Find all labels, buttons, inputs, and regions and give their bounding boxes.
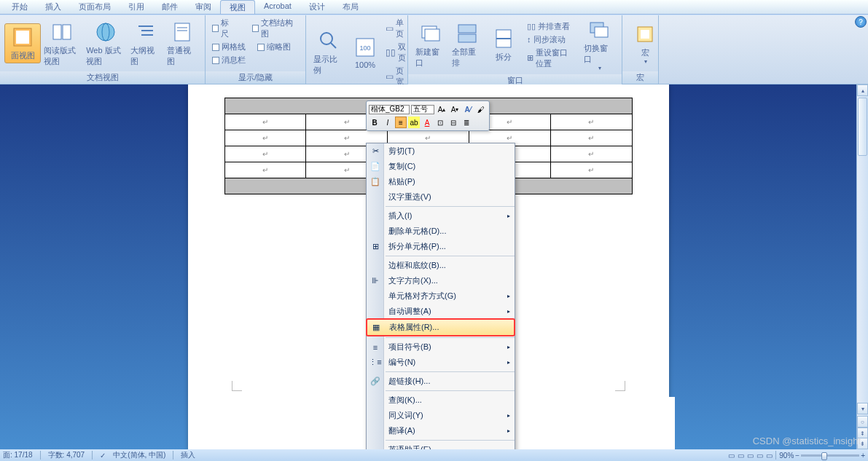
cm-delete-cells[interactable]: 删除单元格(D)...	[367, 224, 515, 239]
shrink-font-button[interactable]: A▾	[449, 103, 461, 115]
doc-map-checkbox[interactable]: 文档结构图	[250, 17, 301, 40]
margin-mark-left	[232, 381, 242, 391]
ribbon: 面视图 阅读版式视图 Web 版式视图 大纲视图 普通视图 文档视图	[0, 15, 868, 84]
copy-icon: 📄	[370, 161, 381, 173]
zoom-value[interactable]: 90%	[779, 452, 794, 460]
msg-bar-checkbox[interactable]: 消息栏	[210, 54, 248, 66]
cm-translate[interactable]: 翻译(A)▸	[367, 423, 515, 438]
center-button[interactable]: ≡	[395, 117, 407, 128]
tab-design[interactable]: 设计	[300, 0, 334, 14]
insert-mode[interactable]: 插入	[181, 450, 195, 460]
italic-button[interactable]: I	[382, 117, 394, 128]
one-page-button[interactable]: ▭单页	[383, 17, 408, 40]
zoom-slider[interactable]	[801, 454, 859, 457]
tab-review[interactable]: 审阅	[187, 0, 220, 14]
chevron-right-icon: ▸	[507, 412, 510, 419]
scroll-thumb[interactable]	[858, 98, 867, 156]
word-count[interactable]: 字数: 4,707	[48, 450, 85, 460]
scroll-down-button[interactable]: ▾	[857, 403, 868, 414]
zoom-100-button[interactable]: 100 100%	[347, 34, 383, 71]
cm-insert[interactable]: 插入(I)▸	[367, 208, 515, 224]
view-web[interactable]: ▭	[747, 452, 754, 460]
cm-text-direction[interactable]: ⊪文字方向(X)...	[367, 273, 515, 288]
sync-scroll-button[interactable]: ↕同步滚动	[525, 34, 576, 46]
two-pages-button[interactable]: ▯▯双页	[383, 41, 408, 64]
cm-cut[interactable]: ✂剪切(T)	[367, 143, 515, 159]
cm-copy[interactable]: 📄复制(C)	[367, 159, 515, 174]
gridlines-checkbox[interactable]: 网格线	[210, 41, 248, 53]
switch-windows-icon	[587, 18, 611, 42]
cm-cell-alignment[interactable]: 单元格对齐方式(G)▸	[367, 288, 515, 304]
tab-insert[interactable]: 插入	[36, 0, 70, 14]
group-label-showhide: 显示/隐藏	[206, 71, 305, 84]
ribbon-tabs: 开始 插入 页面布局 引用 邮件 审阅 视图 Acrobat 设计 布局	[0, 0, 868, 15]
cm-reconvert[interactable]: 汉字重选(V)	[367, 189, 515, 205]
cm-bullets[interactable]: ≡项目符号(B)▸	[367, 339, 515, 355]
web-layout-button[interactable]: Web 版式视图	[83, 19, 128, 68]
cm-numbering[interactable]: ⋮≡编号(N)▸	[367, 355, 515, 370]
chevron-right-icon: ▸	[507, 359, 510, 366]
cm-synonyms[interactable]: 同义词(Y)▸	[367, 408, 515, 423]
help-icon[interactable]: ?	[855, 16, 867, 28]
highlight-button[interactable]: ab	[408, 117, 420, 128]
format-painter-button[interactable]: 🖌	[475, 103, 487, 115]
chevron-right-icon: ▸	[507, 427, 510, 434]
split-button[interactable]: 拆分	[485, 25, 522, 64]
draft-view-button[interactable]: 普通视图	[164, 19, 200, 68]
tab-home[interactable]: 开始	[3, 0, 36, 14]
cm-lookup[interactable]: 查阅(K)...	[367, 393, 515, 408]
tab-references[interactable]: 引用	[120, 0, 153, 14]
print-layout-button[interactable]: 面视图	[4, 23, 41, 63]
font-color-button[interactable]: A	[421, 117, 433, 128]
tab-mailings[interactable]: 邮件	[153, 0, 187, 14]
grow-font-button[interactable]: A▴	[436, 103, 447, 115]
font-selector[interactable]	[369, 105, 410, 114]
bullets-button[interactable]: ≣	[461, 117, 472, 128]
statusbar: 面: 17/18 字数: 4,707 ✓ 中文(简体, 中国) 插入 ▭ ▭ ▭…	[0, 449, 868, 461]
language-indicator[interactable]: 中文(简体, 中国)	[113, 450, 165, 460]
side-by-side-button[interactable]: ▯▯并排查看	[525, 20, 576, 33]
page-indicator[interactable]: 面: 17/18	[3, 450, 33, 460]
macros-button[interactable]: 宏	[627, 21, 663, 66]
tab-view[interactable]: 视图	[220, 0, 255, 14]
zoom-button[interactable]: 显示比例	[310, 28, 347, 77]
svg-rect-1	[16, 31, 29, 44]
view-outline[interactable]: ▭	[756, 452, 763, 460]
mini-toolbar: A▴ A▾ A⁄ 🖌 B I ≡ ab A ⊡ ⊟ ≣	[366, 101, 490, 131]
cm-table-properties[interactable]: ▦表格属性(R)...	[366, 318, 515, 336]
zoom-control[interactable]: 90% − +	[779, 452, 865, 460]
svg-rect-19	[458, 34, 476, 42]
increase-indent-button[interactable]: ⊟	[447, 117, 459, 128]
font-size-selector[interactable]	[411, 105, 434, 114]
bold-button[interactable]: B	[369, 117, 380, 128]
cm-split-cells[interactable]: ⊞拆分单元格(P)...	[367, 239, 515, 254]
thumbnails-checkbox[interactable]: 缩略图	[255, 41, 293, 53]
reading-view-button[interactable]: 阅读版式视图	[41, 19, 83, 68]
split-cells-icon: ⊞	[370, 241, 381, 253]
view-reading[interactable]: ▭	[738, 452, 744, 460]
arrange-all-button[interactable]: 全部重排	[449, 20, 485, 70]
cm-autofit[interactable]: 自动调整(A)▸	[367, 304, 515, 319]
tab-acrobat[interactable]: Acrobat	[255, 0, 300, 14]
ruler-checkbox[interactable]: 标尺	[210, 17, 238, 40]
decrease-indent-button[interactable]: ⊡	[434, 117, 446, 128]
browse-object-button[interactable]: ○	[857, 416, 868, 427]
zoom-in-button[interactable]: +	[861, 452, 865, 460]
new-window-button[interactable]: 新建窗口	[413, 20, 449, 70]
tab-page-layout[interactable]: 页面布局	[70, 0, 120, 14]
cm-hyperlink[interactable]: 🔗超链接(H)...	[367, 374, 515, 389]
outline-view-button[interactable]: 大纲视图	[128, 19, 164, 68]
vertical-scrollbar[interactable]: ▴ ▾ ○ ⇞ ⇟	[856, 84, 868, 449]
tab-layout[interactable]: 布局	[334, 0, 367, 14]
bullets-icon: ≡	[370, 342, 381, 353]
zoom-out-button[interactable]: −	[795, 452, 799, 460]
view-print-layout[interactable]: ▭	[728, 452, 735, 460]
reset-window-button[interactable]: ⊞重设窗口位置	[525, 47, 576, 70]
scroll-up-button[interactable]: ▴	[857, 84, 868, 96]
cm-paste[interactable]: 📋粘贴(P)	[367, 174, 515, 189]
style-button[interactable]: A⁄	[462, 103, 474, 115]
cm-borders-shading[interactable]: 边框和底纹(B)...	[367, 258, 515, 273]
switch-windows-button[interactable]: 切换窗口	[581, 17, 617, 73]
spellcheck-icon[interactable]: ✓	[100, 452, 106, 460]
view-draft[interactable]: ▭	[766, 452, 773, 460]
